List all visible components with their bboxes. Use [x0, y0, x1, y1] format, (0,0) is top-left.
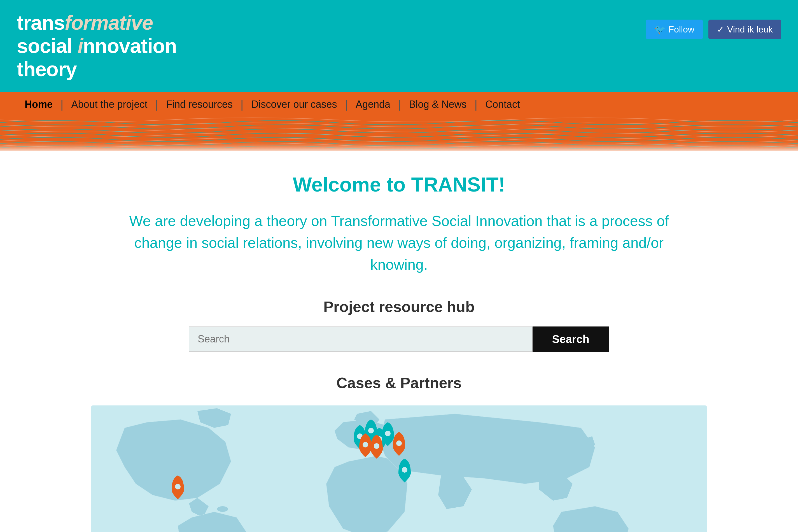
header-actions: 🐦 Follow ✓ Vind ik leuk	[646, 20, 781, 39]
nav-link-cases[interactable]: Discover our cases	[244, 98, 345, 110]
nav-list: Home | About the project | Find resource…	[17, 98, 528, 111]
nav-item-cases[interactable]: Discover our cases	[244, 98, 345, 110]
nav-link-contact[interactable]: Contact	[477, 98, 528, 110]
vind-ik-leuk-button[interactable]: ✓ Vind ik leuk	[708, 20, 781, 39]
nav-item-resources[interactable]: Find resources	[158, 98, 241, 110]
vind-label: Vind ik leuk	[727, 24, 773, 35]
nav-item-about[interactable]: About the project	[63, 98, 155, 110]
follow-label: Follow	[668, 24, 694, 35]
nav-item-home[interactable]: Home	[17, 98, 60, 110]
world-map[interactable]	[91, 405, 707, 532]
twitter-icon: 🐦	[654, 24, 666, 35]
nav-separator-5: |	[398, 98, 401, 111]
search-form: Search	[189, 326, 609, 352]
nav-separator-4: |	[345, 98, 348, 111]
svg-point-17	[396, 440, 402, 446]
cases-partners-title: Cases & Partners	[17, 374, 781, 392]
nav-separator-3: |	[241, 98, 243, 111]
nav-link-resources[interactable]: Find resources	[158, 98, 241, 110]
nav-link-blog[interactable]: Blog & News	[401, 98, 475, 110]
check-icon: ✓	[717, 24, 724, 35]
svg-rect-1	[0, 139, 798, 151]
site-header: transformative social innovation theory …	[0, 0, 798, 92]
cases-partners-section: Cases & Partners	[17, 374, 781, 532]
nav-separator-1: |	[60, 98, 63, 111]
svg-point-7	[368, 428, 374, 434]
wave-decoration	[0, 117, 798, 151]
svg-point-21	[402, 467, 407, 473]
nav-link-home[interactable]: Home	[17, 98, 60, 110]
svg-point-11	[385, 431, 391, 436]
svg-point-13	[363, 442, 368, 448]
resource-hub-title: Project resource hub	[17, 298, 781, 315]
search-input[interactable]	[189, 326, 533, 352]
nav-item-blog[interactable]: Blog & News	[401, 98, 475, 110]
welcome-title: Welcome to TRANSIT!	[17, 173, 781, 196]
nav-link-agenda[interactable]: Agenda	[348, 98, 398, 110]
nav-item-contact[interactable]: Contact	[477, 98, 528, 110]
twitter-follow-button[interactable]: 🐦 Follow	[646, 20, 703, 39]
nav-separator-2: |	[155, 98, 158, 111]
resource-hub: Project resource hub Search	[17, 298, 781, 352]
nav-item-agenda[interactable]: Agenda	[348, 98, 398, 110]
main-content: Welcome to TRANSIT! We are developing a …	[0, 151, 798, 532]
svg-point-19	[175, 484, 180, 490]
svg-point-3	[217, 506, 228, 512]
nav-separator-6: |	[475, 98, 477, 111]
main-navigation: Home | About the project | Find resource…	[0, 92, 798, 117]
search-button[interactable]: Search	[533, 326, 609, 352]
site-logo[interactable]: transformative social innovation theory	[17, 11, 177, 81]
svg-point-15	[374, 443, 379, 449]
nav-link-about[interactable]: About the project	[63, 98, 155, 110]
welcome-description: We are developing a theory on Transforma…	[105, 210, 693, 276]
